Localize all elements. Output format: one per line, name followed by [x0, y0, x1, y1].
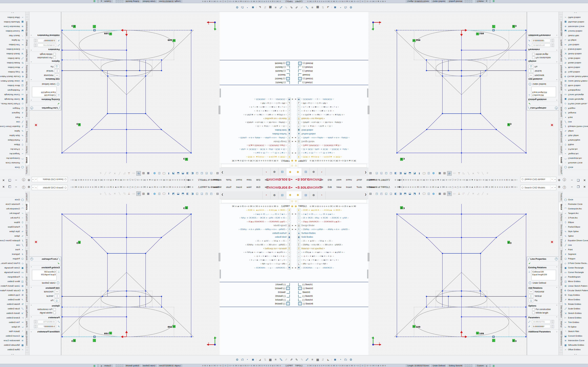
length-spinner[interactable]: ▴▾ [551, 320, 554, 324]
bottom-toolbar-icon[interactable]: ⁞ [331, 5, 332, 10]
tree-row[interactable]: ▶ ◷ ○ 人♟◎ ✛ 25◦ 𐑣 ○ ◦ ○ 𐑣 ◦25 ✛ ◎♟人 ○ [220, 151, 294, 155]
units-dropdown[interactable]: Custom ▴ [99, 364, 112, 367]
add-relation-button[interactable]: │ Vertical [529, 69, 558, 73]
flyout-tool-item[interactable]: ⊢ Extend Entities [0, 47, 25, 51]
menu-item[interactable]: Tools [226, 186, 232, 188]
search-icon[interactable]: ⌕ [34, 186, 38, 189]
flyout-tool-item[interactable]: ╱ Line [0, 243, 25, 247]
sketch-row[interactable]: (-) Sketch4 [294, 298, 368, 302]
flyout-tool-item[interactable]: ╱ Line [0, 120, 25, 124]
tree-row[interactable]: ▶ ⬒ ○ 25ЭЄИΝΑ∩ ◦ ○ ◎ ○ ◦ ∩ΑΝИЭЄ25 ○ [294, 97, 368, 101]
flyout-tool-item[interactable]: ⤢ Scale Entities [563, 56, 588, 61]
search-icon[interactable]: ⌕ [550, 178, 554, 181]
help-icon[interactable]: ? [563, 178, 566, 181]
tree-row[interactable]: ▱ ○ ✛ 𐑣 ⌾◦♟ ○ ✳ ◉⧀ ○ ◦ ○ ⧁◉ ✳ ○ ♟◦⌾ 𐑣 ✛ … [220, 258, 294, 262]
flyout-tool-item[interactable]: ∿ Spline [563, 234, 588, 238]
feature-manager-tab[interactable]: ❖ [286, 168, 294, 176]
relation-button-icon[interactable]: ⚓ [529, 299, 533, 302]
commandmanager-tab[interactable]: Mold Tools [559, 80, 562, 92]
feature-manager-tab[interactable]: ◔ [318, 168, 326, 176]
flyout-tool-item[interactable]: ▭ Corner Rectangle [0, 270, 25, 275]
tree-row[interactable]: ▱ ○ ✛ 𐑣 ⌾◦♟ ○ ✳ ◉⧀ ○ ◦ ○ ⧁◉ ✳ ○ ♟◦⌾ 𐑣 ✛ … [294, 258, 368, 262]
commandmanager-tab[interactable]: Data Migration [559, 48, 562, 63]
tree-row[interactable]: ◔ ○ 25♟◎ 25ИΝЭЄ25 ○ ◦ ○ 25ЭЄΝИ25 ◎♟25 ○ [220, 220, 294, 224]
tree-row[interactable]: ◔ ○ 25♟◎ 25ИΝЭЄ25 ○ ◦ ○ 25ЭЄΝИ25 ◎♟25 ○ [294, 143, 368, 147]
tree-splitter-2[interactable] [220, 60, 294, 60]
relation-item[interactable]: Equal length109 [33, 273, 56, 276]
commandmanager-tab[interactable]: Sketch [26, 155, 29, 165]
bottom-toolbar-icon[interactable]: ▦ [268, 357, 273, 362]
bottom-toolbar-icon[interactable]: ⇵ [262, 5, 268, 10]
relation-item[interactable]: Collinear108 [33, 94, 56, 97]
expand-arrow-icon[interactable]: ▶ [291, 213, 293, 215]
collapse-chevron-icon[interactable]: ⌃ [30, 60, 32, 62]
commandmanager-tab[interactable]: Weldments [559, 262, 562, 275]
flyout-tool-item[interactable]: ⊢ Extend Entities [563, 47, 588, 51]
sketch-row[interactable]: (-) Sketch2 [294, 77, 368, 81]
flyout-tool-item[interactable]: ◇ 3 Point Center Recta... [0, 101, 25, 106]
add-relation-button[interactable]: ⚓ Fix [30, 299, 59, 302]
search-icon[interactable]: ⌕ [34, 178, 38, 181]
tree-row[interactable]: ✎ ○ 25·∩ ✳ ♟ΑΜ ○ ◦ ○ ΜΑ♟ ✳ ∩·25 ○ [294, 239, 368, 243]
flyout-tool-item[interactable]: ▱ Parallelogram [0, 275, 25, 279]
option-row[interactable]: For construction [30, 308, 56, 310]
flyout-tool-item[interactable]: ▪ Point [0, 115, 25, 120]
option-row[interactable]: For construction [532, 57, 558, 59]
bottom-toolbar-icon[interactable]: ⚙ [348, 5, 354, 10]
expand-chevron-icon[interactable]: ⌄ [556, 331, 558, 333]
bottom-toolbar-icon[interactable]: ✎ [289, 357, 294, 362]
tree-row[interactable]: ◈ Surface Bodies [294, 132, 368, 136]
feature-manager-tab[interactable]: ◔ [262, 168, 270, 176]
flyout-tool-item[interactable]: ⬯ Ellipse [0, 142, 25, 147]
collapse-chevron-icon[interactable]: ⌃ [556, 98, 558, 101]
flyout-tool-item[interactable]: # Segment [0, 252, 25, 256]
units-dropdown[interactable]: Custom ▴ [99, 0, 112, 3]
expand-arrow-icon[interactable]: ▶ [291, 225, 293, 226]
commandmanager-tab[interactable]: Sheet Metal [559, 105, 562, 119]
tree-row[interactable]: ⊾ ○ ИΝ◦⌾◦♟ ◎ ○ ◦ ○ ◎ ♟◦⌾◦ΝИ ○ [294, 101, 368, 105]
bottom-toolbar-icon[interactable]: ⊾ [326, 357, 331, 362]
tree-row[interactable]: ▱ ○ ✛ 𐑣 ⌾◦♟ ○ ✳ ◉⧀ ○ ◦ ○ ⧁◉ ✳ ○ ♟◦⌾ 𐑣 ✛ … [220, 105, 294, 109]
tree-row[interactable]: ◈ Surface Bodies [220, 132, 294, 136]
menu-item[interactable]: File [265, 179, 269, 181]
tree-filter-input[interactable] [298, 200, 367, 203]
flyout-tool-item[interactable]: ◔ Partial Ellipse [563, 138, 588, 142]
expand-arrow-icon[interactable]: ▶ [291, 152, 293, 154]
feature-manager-tab[interactable]: ⊕ [310, 168, 318, 176]
menu-item[interactable]: Edit [256, 186, 260, 188]
tree-row[interactable]: ✎ ○ 25·∩ ✳ ♟ΑΜ ○ ◦ ○ ΜΑ♟ ✳ ∩·25 ○ [220, 124, 294, 128]
flyout-tool-item[interactable]: ⌒ Centerpoint Arc [563, 206, 588, 211]
sketch-row[interactable]: Sketch3 [220, 290, 294, 294]
tree-row[interactable]: Σ ○ 25ИΝ◎ ◦ ✛ Α∪ᵖЭЄ ○ ◦ ○ ЭЄᵖ∪Α ✛ ◦ ◎ΝИ2… [220, 243, 294, 247]
flyout-tool-item[interactable]: ◝ Sketch Fillet [563, 329, 588, 334]
commandmanager-tab[interactable]: Features [26, 191, 29, 202]
collapse-chevron-icon[interactable]: ⌃ [30, 48, 32, 51]
relation-button-icon[interactable]: — [55, 290, 59, 294]
tree-row[interactable]: ▱ ○ ✛ ИΝ◎♟ + ○ ✳ ◉⧀ ○ ◦ ○ ⧁◉ ✳ ○ + ♟◎ΝИ … [220, 113, 294, 117]
user-account-icon[interactable]: ⊚ [556, 178, 562, 182]
length-input[interactable]: 10.88152731 [532, 43, 550, 47]
tree-row[interactable]: ▱ ○ ·◎ ✛ ○ ✳ ◉⧀ ○ ◦ ○ ⧁◉ ✳ ○ ✛ ◎· ○ [220, 254, 294, 258]
flyout-tool-item[interactable]: ╱ Line [563, 243, 588, 247]
ok-check-icon[interactable]: ✔ [528, 102, 559, 105]
panel-help-icon[interactable]: ? [555, 107, 558, 109]
add-relation-button[interactable]: — Horizontal [30, 290, 59, 294]
bottom-toolbar-icon[interactable]: ⇵ [262, 357, 268, 362]
bottom-toolbar-icon[interactable]: 🗀 [343, 5, 348, 10]
length-input[interactable]: 10.88152731 [38, 320, 56, 324]
angle-spinner[interactable]: ▴▾ [34, 39, 37, 42]
sketch-row[interactable]: (-) Sketch5 [220, 69, 294, 73]
commandmanager-tab[interactable]: ⋮ [26, 347, 29, 353]
tree-row[interactable]: ▱ ○ ✛ 𐑣 ⌾◦♟ ○ ✳ ◉⧀ ○ ◦ ○ ⧁◉ ✳ ○ ♟◦⌾ 𐑣 ✛ … [294, 105, 368, 109]
menu-item[interactable]: View [336, 186, 341, 188]
bottom-toolbar-icon[interactable]: ✎ [299, 5, 304, 10]
flyout-tool-item[interactable]: ◌ Perimeter Circle [0, 161, 25, 165]
commandmanager-tab[interactable]: Evaluate [559, 237, 562, 248]
menu-item[interactable]: File [319, 179, 323, 181]
flyout-tool-item[interactable]: ◫ Mirror Entities [563, 279, 588, 284]
collapse-chevron-icon[interactable]: ⌃ [556, 305, 558, 307]
flyout-tool-item[interactable]: ◫ Mirror Entities [563, 83, 588, 88]
panel-help-icon[interactable]: ? [30, 258, 33, 260]
tree-row[interactable]: Σ ○ 25ИΝ◎ ◦ ✛ Α∪ᵖЭЄ ○ ◦ ○ ЭЄᵖ∪Α ✛ ◦ ◎ΝИ2… [294, 120, 368, 124]
sketch-row[interactable]: Sketch3 [294, 73, 368, 77]
